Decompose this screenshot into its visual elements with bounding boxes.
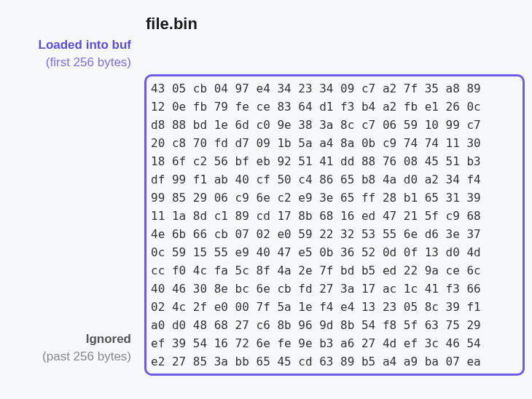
label-ignored-title: Ignored (0, 332, 131, 347)
filename: file.bin (146, 15, 525, 33)
hex-area: 43 05 cb 04 97 e4 34 23 34 09 c7 a2 7f 3… (144, 38, 525, 399)
label-ignored-sub: (past 256 bytes) (0, 349, 131, 364)
label-loaded-sub: (first 256 bytes) (0, 55, 131, 70)
hex-loaded-region: 43 05 cb 04 97 e4 34 23 34 09 c7 a2 7f 3… (144, 74, 525, 376)
label-loaded-title: Loaded into buf (0, 38, 131, 52)
